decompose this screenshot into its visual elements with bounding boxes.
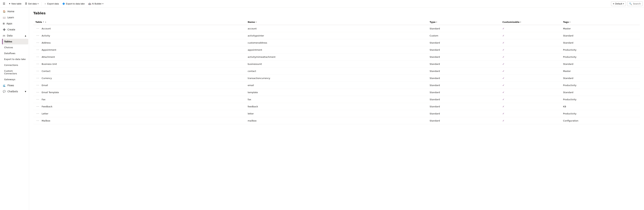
sidebar-item-tables[interactable]: Tables xyxy=(2,39,28,44)
apps-label: Apps xyxy=(6,22,12,25)
row-dots-button[interactable]: ··· xyxy=(35,76,40,80)
cell-customizable: ✓ xyxy=(500,53,561,61)
default-button[interactable]: ≡ Default ▾ xyxy=(611,1,626,6)
cell-table-name: ···Business Unit xyxy=(33,61,246,67)
row-dots-button[interactable]: ··· xyxy=(35,98,40,101)
export-data-button[interactable]: ↔ Export data xyxy=(43,1,60,6)
check-icon: ✓ xyxy=(502,63,504,65)
learn-label: Learn xyxy=(8,16,14,19)
table-row: ···AttachmentactivitymimeattachmentStand… xyxy=(33,53,640,61)
apps-icon: ⊞ xyxy=(3,22,5,25)
row-dots-button[interactable]: ··· xyxy=(35,119,40,122)
cell-name: activitypointer xyxy=(246,32,428,39)
sidebar-section-data[interactable]: 🗃 Data ▲ xyxy=(1,33,28,39)
check-icon: ✓ xyxy=(502,105,504,108)
cell-customizable: ✓ xyxy=(500,110,561,117)
cell-customizable: ✓ xyxy=(500,103,561,110)
get-data-button[interactable]: 🗄 Get data ▾ xyxy=(24,1,40,6)
cell-name: appointment xyxy=(246,46,428,53)
th-tags-content: Tags ▾ xyxy=(563,21,638,23)
cell-tags: Productivity xyxy=(561,96,640,103)
sidebar-item-learn[interactable]: 📖 Learn xyxy=(1,14,28,20)
sidebar-item-export-lake[interactable]: Export to data lake xyxy=(2,56,28,62)
table-row: ···FeedbackfeedbackStandard✓KB xyxy=(33,103,640,110)
th-type-content: Type ▾ xyxy=(430,21,498,23)
sidebar-item-flows[interactable]: 🌊 Flows xyxy=(1,83,28,88)
tags-chevron-icon: ▾ xyxy=(570,21,570,23)
new-table-button[interactable]: ✦ New table xyxy=(7,1,23,6)
check-icon: ✓ xyxy=(502,70,504,72)
check-icon: ✓ xyxy=(502,112,504,115)
chatbots-label: Chatbots xyxy=(8,90,18,93)
get-data-label: Get data xyxy=(28,2,37,5)
flows-label: Flows xyxy=(8,84,14,87)
export-data-icon: ↔ xyxy=(44,2,46,5)
row-dots-button[interactable]: ··· xyxy=(35,90,40,94)
cell-table-name: ···Attachment xyxy=(33,53,246,60)
cell-tags: Standard xyxy=(561,75,640,82)
ai-builder-icon: 🤖 xyxy=(88,2,91,5)
check-icon: ✓ xyxy=(502,55,504,58)
connections-label: Connections xyxy=(4,64,18,66)
cell-tags: Productivity xyxy=(561,46,640,53)
table-row: ···AppointmentappointmentStandard✓Produc… xyxy=(33,46,640,53)
menu-button[interactable]: ☰ xyxy=(2,1,6,6)
cell-name: activitymimeattachment xyxy=(246,53,428,61)
sidebar-item-custom-connectors[interactable]: Custom Connectors xyxy=(2,68,28,76)
row-dots-button[interactable]: ··· xyxy=(35,55,40,59)
create-label: Create xyxy=(8,28,15,31)
col-header-name[interactable]: Name ▾ xyxy=(246,19,428,25)
sidebar-item-chatbots[interactable]: 💬 Chatbots ▼ xyxy=(1,89,28,94)
cell-customizable: ✓ xyxy=(500,68,561,75)
ai-builder-button[interactable]: 🤖 AI Builder ▾ xyxy=(87,1,105,6)
search-box[interactable]: 🔍 Search xyxy=(627,1,642,6)
cell-customizable: ✓ xyxy=(500,25,561,32)
row-dots-button[interactable]: ··· xyxy=(35,27,40,30)
chatbots-chevron-icon: ▼ xyxy=(25,91,26,93)
col-header-table[interactable]: Table ↑ ↓ xyxy=(33,19,246,25)
row-dots-button[interactable]: ··· xyxy=(35,34,40,37)
row-table-value: Contact xyxy=(42,70,50,72)
export-lake-icon: 🔷 xyxy=(62,2,65,5)
export-lake-button[interactable]: 🔷 Export to data lake xyxy=(61,1,86,6)
cell-name: mailbox xyxy=(246,117,428,124)
ai-builder-chevron-icon: ▾ xyxy=(102,3,103,5)
choices-label: Choices xyxy=(4,46,13,49)
sidebar-item-dataflows[interactable]: Dataflows xyxy=(2,50,28,56)
sidebar-item-choices[interactable]: Choices xyxy=(2,45,28,50)
col-header-tags[interactable]: Tags ▾ xyxy=(561,19,640,25)
row-dots-button[interactable]: ··· xyxy=(35,83,40,87)
get-data-chevron-icon: ▾ xyxy=(38,3,38,5)
sidebar-item-home[interactable]: 🏠 Home xyxy=(1,8,28,14)
check-icon: ✓ xyxy=(502,27,504,30)
sidebar-item-apps[interactable]: ⊞ Apps xyxy=(1,20,28,26)
cell-table-name: ···Fax xyxy=(33,96,246,103)
cell-name: customeraddress xyxy=(246,39,428,46)
sidebar-sub-data: Tables Choices Dataflows Export to data … xyxy=(0,39,29,82)
sidebar-item-create[interactable]: ➕ Create xyxy=(1,27,28,32)
sidebar-item-connections[interactable]: Connections xyxy=(2,62,28,68)
cell-type: Custom xyxy=(428,32,500,39)
cell-table-name: ···Account xyxy=(33,25,246,32)
cell-table-name: ···Activity xyxy=(33,32,246,39)
create-icon: ➕ xyxy=(3,28,6,31)
col-header-customizable[interactable]: Customizable ▾ xyxy=(500,19,561,25)
row-dots-button[interactable]: ··· xyxy=(35,105,40,108)
sidebar-item-gateways[interactable]: Gateways xyxy=(2,77,28,82)
col-name-label: Name xyxy=(248,21,255,23)
row-dots-button[interactable]: ··· xyxy=(35,62,40,66)
row-dots-button[interactable]: ··· xyxy=(35,41,40,45)
new-table-icon: ✦ xyxy=(9,2,10,5)
cell-name: letter xyxy=(246,110,428,117)
cell-customizable: ✓ xyxy=(500,75,561,82)
row-dots-button[interactable]: ··· xyxy=(35,69,40,73)
cell-type: Standard xyxy=(428,110,500,117)
cell-table-name: ···Address xyxy=(33,39,246,46)
row-dots-button[interactable]: ··· xyxy=(35,48,40,52)
cell-customizable: ✓ xyxy=(500,32,561,39)
row-dots-button[interactable]: ··· xyxy=(35,112,40,115)
cell-name: transactioncurrency xyxy=(246,75,428,82)
col-header-type[interactable]: Type ▾ xyxy=(428,19,500,25)
cell-customizable: ✓ xyxy=(500,46,561,53)
cell-tags: KB xyxy=(561,103,640,110)
